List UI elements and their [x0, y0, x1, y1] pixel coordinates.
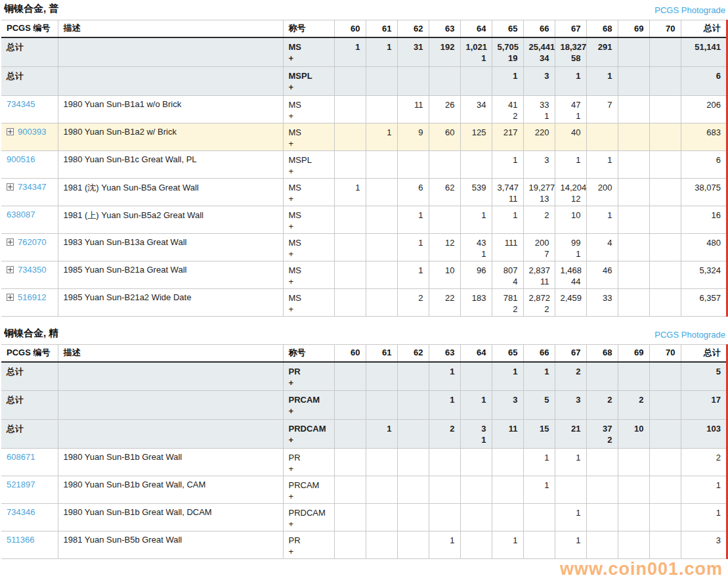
- pcgs-id-link[interactable]: 734345: [7, 99, 35, 109]
- grade-count: [655, 210, 675, 221]
- grade-cell-66: 5: [523, 391, 555, 420]
- grade-count: [340, 265, 360, 276]
- grade-count: [466, 452, 486, 463]
- grade-count: 183: [466, 292, 486, 304]
- grade-cell-66: [523, 504, 555, 531]
- column-header-61: 61: [366, 344, 397, 362]
- expand-plus-icon[interactable]: [7, 238, 14, 246]
- grade-count: [403, 480, 423, 491]
- grade-cell-68: [586, 531, 618, 559]
- table-row: 7343471981 (沈) Yuan Sun-B5a Great WallMS…: [1, 178, 726, 206]
- grade-count: 47: [561, 99, 581, 110]
- grade-plus-count: [592, 377, 612, 388]
- grade-count: 2: [403, 292, 423, 304]
- grade-count: [655, 265, 675, 276]
- pcgs-id-link[interactable]: 762070: [18, 237, 46, 247]
- grade-plus-count: [655, 221, 675, 232]
- grade-count: [529, 507, 549, 518]
- grade-cell-70: [649, 261, 681, 288]
- grade-count: [592, 480, 612, 491]
- grade-cell-62: 31: [397, 37, 429, 66]
- grade-cell-70: [649, 178, 681, 206]
- grade-cell-64: [460, 531, 492, 559]
- grade-cell-69: [618, 233, 649, 261]
- total-cell: 1: [681, 504, 726, 531]
- grade-plus-count: [372, 518, 392, 530]
- expand-plus-icon[interactable]: [7, 128, 14, 135]
- expand-plus-icon[interactable]: [7, 266, 14, 273]
- expand-plus-icon[interactable]: [7, 294, 14, 301]
- grade-count: [592, 127, 612, 138]
- grade-plus-count: [655, 53, 675, 64]
- grade-plus-count: [529, 518, 549, 530]
- designation-value: PRCAM: [289, 480, 329, 491]
- grade-count: [340, 127, 360, 138]
- pcgs-id-cell: 762070: [1, 233, 58, 261]
- grade-count: 2: [561, 366, 581, 377]
- grade-count: 1: [435, 366, 455, 377]
- pcgs-id-link[interactable]: 734347: [18, 182, 46, 192]
- pcgs-id-link[interactable]: 516912: [18, 292, 46, 302]
- grade-plus-count: [372, 434, 392, 445]
- grade-plus-count: [372, 166, 392, 177]
- pcgs-id-cell: 总计: [1, 420, 58, 449]
- pcgs-id-link[interactable]: 511366: [7, 535, 34, 545]
- grade-count: 11: [498, 423, 518, 434]
- grade-plus-count: [529, 463, 549, 474]
- grade-count: [561, 480, 581, 491]
- grade-count: 14,204: [561, 182, 581, 193]
- grade-count: 807: [498, 265, 518, 276]
- grade-plus-count: [403, 110, 423, 122]
- grade-plus-count: [655, 166, 675, 177]
- column-header-68: 68: [586, 344, 618, 362]
- pcgs-id-link[interactable]: 900516: [7, 154, 35, 164]
- designation-value: MS: [289, 210, 329, 221]
- grade-plus-count: [435, 304, 455, 315]
- pcgs-id-link[interactable]: 734350: [18, 265, 46, 275]
- total-cell: 480: [681, 233, 726, 261]
- pcgs-id-link[interactable]: 734346: [7, 507, 35, 517]
- grade-count: 1: [592, 210, 612, 221]
- pcgs-id-link[interactable]: 521897: [7, 480, 35, 489]
- grade-plus-count: [655, 276, 675, 287]
- designation-value: MSPL: [289, 70, 329, 81]
- grade-plus-count: [624, 110, 644, 122]
- grade-plus-count: [561, 81, 581, 93]
- grade-count: 1: [466, 210, 486, 221]
- pcgs-id-link[interactable]: 608671: [7, 452, 35, 462]
- photograde-link[interactable]: PCGS Photograde: [654, 330, 725, 340]
- grade-count: [340, 366, 360, 377]
- grade-cell-63: 2: [429, 420, 460, 449]
- total-cell: 17: [681, 391, 726, 420]
- grade-plus-count: [592, 166, 612, 177]
- pcgs-id-cell: 总计: [1, 391, 58, 420]
- grade-cell-69: [618, 504, 649, 531]
- grade-cell-61: [366, 476, 397, 504]
- section-regular: 铜镍合金, 普 PCGS Photograde PCGS 编号描述称号60616…: [1, 1, 728, 317]
- grade-count: [340, 99, 360, 110]
- grade-cell-62: [397, 66, 429, 95]
- grade-plus-count: [561, 304, 581, 315]
- pcgs-id-link[interactable]: 638087: [7, 210, 35, 219]
- grade-count: 1: [435, 535, 455, 546]
- grade-count: 6: [403, 182, 423, 193]
- table-row: 7343501985 Yuan Sun-B21a Great WallMS+11…: [1, 261, 726, 288]
- photograde-link[interactable]: PCGS Photograde: [654, 5, 725, 15]
- grade-plus-count: [561, 221, 581, 232]
- total-count: 17: [687, 394, 721, 405]
- grade-cell-61: [366, 261, 397, 288]
- grade-cell-66: 3: [523, 66, 555, 95]
- pcgs-id-link[interactable]: 900393: [18, 127, 46, 137]
- grade-count: 26: [435, 99, 455, 110]
- grade-cell-70: [649, 150, 681, 178]
- grade-plus-count: [435, 248, 455, 259]
- designation-cell: PR+: [283, 531, 334, 559]
- population-table-regular: PCGS 编号描述称号6061626364656667686970总计总计MS+…: [1, 20, 728, 317]
- grade-cell-69: [618, 37, 649, 66]
- column-header-64: 64: [460, 344, 492, 362]
- grade-plus-count: [372, 546, 392, 557]
- grade-plus-count: [435, 546, 455, 557]
- grade-count: [466, 507, 486, 518]
- expand-plus-icon[interactable]: [7, 183, 14, 191]
- pcgs-id-cell: 总计: [1, 66, 58, 95]
